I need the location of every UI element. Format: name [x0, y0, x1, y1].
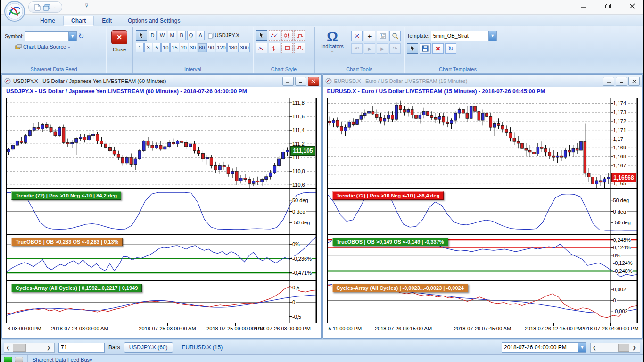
line-chart-icon[interactable]	[269, 30, 280, 41]
interval-120-button[interactable]: 120	[216, 43, 227, 52]
window-maximize-button[interactable]	[295, 77, 306, 86]
period-d-button[interactable]: D	[149, 31, 157, 40]
window-close-button[interactable]	[308, 77, 319, 86]
window-icon	[4, 78, 11, 84]
tab-edit[interactable]: Edit	[94, 16, 120, 26]
ohlc-box-chart-icon[interactable]	[281, 43, 293, 53]
tab-home[interactable]: Home	[32, 16, 63, 26]
cascade-dropdown-arrow-icon[interactable]: ⌄	[53, 5, 57, 9]
step-forward-icon[interactable]: ▶	[377, 43, 388, 54]
period-b-button[interactable]: B	[178, 31, 186, 40]
chevron-down-icon[interactable]: ▼	[578, 343, 586, 352]
candlestick-panel[interactable]: 1,1741,1731,1721,1711,171,1691,1681,1671…	[328, 98, 637, 189]
crosshair-tool-icon[interactable]: +	[364, 31, 375, 41]
properties-tool-icon[interactable]	[377, 31, 388, 41]
app-restore-button[interactable]	[602, 2, 614, 10]
redo-icon[interactable]: ↷	[389, 43, 401, 54]
close-chart-button[interactable]: ✕	[111, 30, 127, 44]
refresh-symbol-icon[interactable]: ↻	[78, 32, 84, 41]
period-w-button[interactable]: W	[158, 31, 166, 40]
chart-tab-eurusd[interactable]: EURUSD.X (15)	[177, 342, 228, 353]
template-cursor-button[interactable]	[407, 43, 418, 54]
last-price-tag: 111,105	[290, 146, 315, 156]
y-tick-label: 111,6	[292, 114, 305, 119]
period-m-button[interactable]: M	[168, 31, 176, 40]
interval-15-button[interactable]: 15	[170, 43, 179, 52]
candlestick-panel[interactable]: 111,8111,6111,4111,2111110,8110,6111,105	[7, 98, 316, 189]
y-tick-label: -50 deg	[292, 220, 310, 225]
y-tick-label: 1,167	[613, 163, 627, 168]
style-cursor-button[interactable]	[256, 30, 267, 41]
step-back-icon[interactable]: ▶	[364, 43, 375, 54]
interval-5-button[interactable]: 5	[153, 43, 161, 52]
horizontal-scrollbar-right[interactable]: ❮ ❯	[590, 343, 640, 353]
window-titlebar[interactable]: EURUSD.X - Euro / US Dollar LIVESTREAM (…	[323, 75, 642, 87]
trendline-tool-icon[interactable]	[351, 31, 363, 41]
trendic-panel[interactable]: 50 deg0 deg-50 degTrendic (72) | Pos >10…	[7, 189, 316, 235]
status-bar: Sharenet Data Feed Busy	[1, 354, 643, 362]
chevron-down-icon[interactable]: ▼	[488, 31, 496, 41]
cycles-panel[interactable]: 0,0020-0,002Cycles-Array (All Cycles) | …	[328, 281, 637, 323]
trendic-panel[interactable]: 50 deg0 deg-50 degTrendic (72) | Pos >10…	[328, 189, 637, 235]
select-cursor-button[interactable]	[136, 30, 147, 41]
cascade-windows-icon[interactable]	[43, 3, 50, 11]
window-titlebar[interactable]: USDJPY.X - US Dollar / Japanese Yen LIVE…	[2, 75, 321, 87]
customize-toolbar-icon[interactable]: ⊽	[85, 3, 88, 8]
chart-tab-usdjpy[interactable]: USDJPY.X (60)	[124, 342, 173, 353]
chevron-down-icon[interactable]: ▼	[68, 32, 76, 41]
trueobos-panel[interactable]: 0,248%0,124%0%-0,124%-0,248%TrueOBOS | O…	[328, 235, 637, 281]
interval-300-button[interactable]: 300	[239, 43, 250, 52]
histogram-chart-icon[interactable]	[294, 43, 305, 53]
trendic-label-pill: Trendic (72) | Pos >10 Neg <-10 | 84,2 d…	[11, 191, 121, 200]
y-tick-label: 111,8	[292, 100, 305, 106]
app-minimize-button[interactable]	[577, 2, 589, 10]
interval-1-button[interactable]: 1	[136, 43, 144, 52]
indicators-button[interactable]: Ω Indicators ⌄	[318, 29, 347, 66]
period-q-button[interactable]: Q	[187, 31, 195, 40]
new-document-icon[interactable]	[33, 3, 41, 11]
zoom-tool-icon[interactable]	[389, 31, 401, 41]
tab-chart[interactable]: Chart	[63, 16, 94, 26]
tab-options-and-settings[interactable]: Options and Settings	[120, 16, 188, 26]
app-logo[interactable]	[4, 0, 25, 22]
horizontal-scrollbar-left[interactable]: ❮ ❯	[4, 343, 55, 353]
undo-icon[interactable]: ↶	[351, 43, 363, 54]
interval-30-button[interactable]: 30	[189, 43, 197, 52]
bottom-bar: ❮ ❯ Bars USDJPY.X (60) EURUSD.X (15) 201…	[1, 340, 643, 354]
window-minimize-button[interactable]	[282, 77, 294, 86]
window-maximize-button[interactable]	[616, 77, 627, 86]
scrollbar-thumb[interactable]	[618, 344, 629, 352]
period-a-button[interactable]: A	[197, 31, 205, 40]
app-close-button[interactable]	[626, 2, 638, 10]
datetime-combobox[interactable]: 2018-07-26 04:00:00 PM ▼	[502, 342, 586, 353]
interval-60-button[interactable]: 60	[198, 43, 206, 52]
step-chart-icon[interactable]	[294, 30, 305, 41]
interval-90-button[interactable]: 90	[206, 43, 215, 52]
y-tick-label: 0 deg	[613, 209, 627, 214]
interval-180-button[interactable]: 180	[227, 43, 238, 52]
scroll-left-icon[interactable]: ❮	[4, 343, 12, 352]
candlestick-style-icon[interactable]	[281, 30, 293, 41]
scroll-right-icon[interactable]: ❯	[630, 343, 638, 352]
y-tick-label: 1,174	[613, 100, 627, 106]
save-template-icon[interactable]	[420, 43, 431, 54]
mountain-line-chart-icon[interactable]	[256, 43, 267, 53]
bars-chart-icon[interactable]	[269, 43, 280, 53]
symbol-combobox[interactable]: ▼	[25, 31, 77, 41]
interval-3-button[interactable]: 3	[144, 43, 152, 52]
window-minimize-button[interactable]	[603, 77, 614, 86]
template-combobox[interactable]: 5min_OB_Strat ▼	[431, 31, 497, 41]
scroll-left-icon[interactable]: ❮	[591, 343, 598, 352]
cycles-panel[interactable]: 0,50-0,5Cycles-Array (All Cycles) | 0,15…	[7, 281, 316, 323]
bars-count-input[interactable]	[58, 343, 105, 353]
window-close-button[interactable]	[628, 77, 640, 86]
trueobos-panel[interactable]: 0%-0,236%-0,471%TrueOBOS | OB >0,283 OS …	[7, 235, 316, 281]
chart-data-source-button[interactable]: Chart Data Source	[23, 44, 66, 49]
interval-10-button[interactable]: 10	[161, 43, 170, 52]
current-symbol-tag: USDJPY.X	[215, 33, 239, 38]
scrollbar-thumb[interactable]	[13, 344, 26, 352]
interval-20-button[interactable]: 20	[180, 43, 188, 52]
delete-template-icon[interactable]: ✕	[432, 43, 444, 54]
refresh-templates-icon[interactable]: ↻	[445, 43, 456, 54]
scroll-right-icon[interactable]: ❯	[45, 343, 52, 352]
